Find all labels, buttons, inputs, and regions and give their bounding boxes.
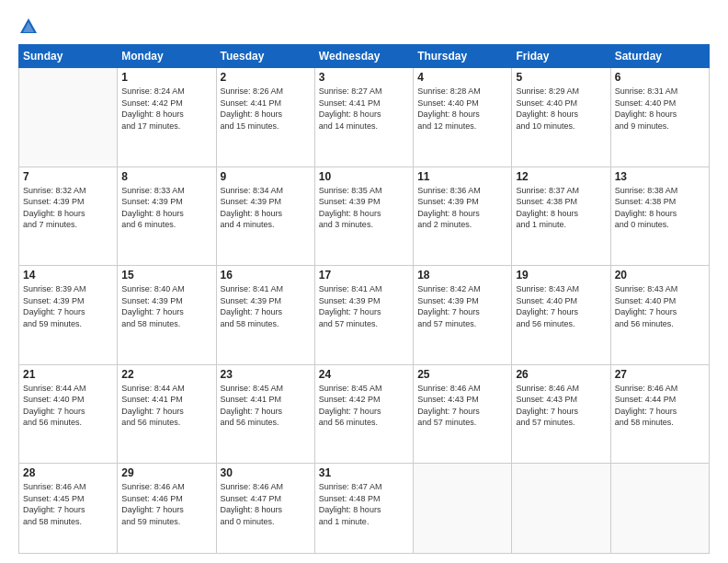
day-info: Sunrise: 8:26 AM Sunset: 4:41 PM Dayligh… [221,86,311,132]
calendar-cell: 28Sunrise: 8:46 AM Sunset: 4:45 PM Dayli… [19,464,118,554]
calendar-cell: 9Sunrise: 8:34 AM Sunset: 4:39 PM Daylig… [216,167,314,266]
day-info: Sunrise: 8:36 AM Sunset: 4:39 PM Dayligh… [417,185,507,231]
day-number: 28 [23,466,113,479]
day-info: Sunrise: 8:43 AM Sunset: 4:40 PM Dayligh… [516,283,606,329]
day-number: 21 [23,368,113,381]
calendar-cell: 27Sunrise: 8:46 AM Sunset: 4:44 PM Dayli… [610,364,709,464]
calendar-cell: 6Sunrise: 8:31 AM Sunset: 4:40 PM Daylig… [610,68,709,167]
calendar-table: SundayMondayTuesdayWednesdayThursdayFrid… [18,44,710,554]
page: SundayMondayTuesdayWednesdayThursdayFrid… [0,0,728,563]
day-info: Sunrise: 8:46 AM Sunset: 4:46 PM Dayligh… [121,481,211,527]
day-number: 14 [23,269,113,282]
day-number: 8 [121,170,211,183]
calendar-cell: 25Sunrise: 8:46 AM Sunset: 4:43 PM Dayli… [414,364,512,464]
calendar-cell: 14Sunrise: 8:39 AM Sunset: 4:39 PM Dayli… [19,266,118,365]
day-info: Sunrise: 8:35 AM Sunset: 4:39 PM Dayligh… [319,185,409,231]
calendar-cell: 4Sunrise: 8:28 AM Sunset: 4:40 PM Daylig… [414,68,512,167]
calendar-cell: 1Sunrise: 8:24 AM Sunset: 4:42 PM Daylig… [118,68,216,167]
calendar-cell: 29Sunrise: 8:46 AM Sunset: 4:46 PM Dayli… [118,464,216,554]
day-info: Sunrise: 8:46 AM Sunset: 4:43 PM Dayligh… [516,383,606,429]
calendar-cell: 18Sunrise: 8:42 AM Sunset: 4:39 PM Dayli… [414,266,512,365]
day-info: Sunrise: 8:47 AM Sunset: 4:48 PM Dayligh… [319,481,409,527]
header [18,17,710,37]
day-info: Sunrise: 8:33 AM Sunset: 4:39 PM Dayligh… [121,185,211,231]
day-number: 5 [516,71,606,84]
day-info: Sunrise: 8:29 AM Sunset: 4:40 PM Dayligh… [516,86,606,132]
calendar-cell: 30Sunrise: 8:46 AM Sunset: 4:47 PM Dayli… [216,464,314,554]
calendar-cell: 3Sunrise: 8:27 AM Sunset: 4:41 PM Daylig… [314,68,413,167]
day-number: 26 [516,368,606,381]
weekday-header: Friday [512,45,610,68]
day-info: Sunrise: 8:44 AM Sunset: 4:40 PM Dayligh… [23,383,113,429]
day-number: 25 [417,368,507,381]
day-info: Sunrise: 8:45 AM Sunset: 4:41 PM Dayligh… [221,383,311,429]
day-info: Sunrise: 8:40 AM Sunset: 4:39 PM Dayligh… [121,283,211,329]
calendar-cell [610,464,709,554]
day-number: 15 [121,269,211,282]
day-info: Sunrise: 8:32 AM Sunset: 4:39 PM Dayligh… [23,185,113,231]
day-number: 3 [319,71,409,84]
day-info: Sunrise: 8:41 AM Sunset: 4:39 PM Dayligh… [319,283,409,329]
day-info: Sunrise: 8:24 AM Sunset: 4:42 PM Dayligh… [121,86,211,132]
calendar-cell: 19Sunrise: 8:43 AM Sunset: 4:40 PM Dayli… [512,266,610,365]
calendar-cell: 13Sunrise: 8:38 AM Sunset: 4:38 PM Dayli… [610,167,709,266]
calendar-cell: 11Sunrise: 8:36 AM Sunset: 4:39 PM Dayli… [414,167,512,266]
day-number: 19 [516,269,606,282]
weekday-header: Tuesday [216,45,314,68]
day-number: 31 [319,466,409,479]
calendar-cell: 24Sunrise: 8:45 AM Sunset: 4:42 PM Dayli… [314,364,413,464]
calendar-cell: 23Sunrise: 8:45 AM Sunset: 4:41 PM Dayli… [216,364,314,464]
day-number: 29 [121,466,211,479]
day-number: 12 [516,170,606,183]
day-info: Sunrise: 8:43 AM Sunset: 4:40 PM Dayligh… [615,283,705,329]
calendar-cell: 16Sunrise: 8:41 AM Sunset: 4:39 PM Dayli… [216,266,314,365]
calendar-cell: 7Sunrise: 8:32 AM Sunset: 4:39 PM Daylig… [19,167,118,266]
day-info: Sunrise: 8:46 AM Sunset: 4:45 PM Dayligh… [23,481,113,527]
day-number: 2 [221,71,311,84]
calendar-cell [414,464,512,554]
day-info: Sunrise: 8:37 AM Sunset: 4:38 PM Dayligh… [516,185,606,231]
calendar-cell [512,464,610,554]
weekday-header: Thursday [414,45,512,68]
calendar-cell [19,68,118,167]
day-number: 17 [319,269,409,282]
day-number: 1 [121,71,211,84]
day-number: 30 [221,466,311,479]
weekday-header: Saturday [610,45,709,68]
day-number: 16 [221,269,311,282]
day-number: 23 [221,368,311,381]
calendar-cell: 21Sunrise: 8:44 AM Sunset: 4:40 PM Dayli… [19,364,118,464]
calendar-cell: 31Sunrise: 8:47 AM Sunset: 4:48 PM Dayli… [314,464,413,554]
logo-icon [18,17,39,37]
day-number: 10 [319,170,409,183]
weekday-header: Monday [118,45,216,68]
day-info: Sunrise: 8:34 AM Sunset: 4:39 PM Dayligh… [221,185,311,231]
logo [18,17,42,37]
calendar-cell: 12Sunrise: 8:37 AM Sunset: 4:38 PM Dayli… [512,167,610,266]
weekday-header: Sunday [19,45,118,68]
day-number: 18 [417,269,507,282]
day-info: Sunrise: 8:45 AM Sunset: 4:42 PM Dayligh… [319,383,409,429]
day-number: 22 [121,368,211,381]
calendar-cell: 26Sunrise: 8:46 AM Sunset: 4:43 PM Dayli… [512,364,610,464]
day-info: Sunrise: 8:27 AM Sunset: 4:41 PM Dayligh… [319,86,409,132]
day-number: 4 [417,71,507,84]
day-number: 6 [615,71,705,84]
day-number: 9 [221,170,311,183]
day-number: 24 [319,368,409,381]
calendar-cell: 8Sunrise: 8:33 AM Sunset: 4:39 PM Daylig… [118,167,216,266]
day-info: Sunrise: 8:28 AM Sunset: 4:40 PM Dayligh… [417,86,507,132]
day-info: Sunrise: 8:44 AM Sunset: 4:41 PM Dayligh… [121,383,211,429]
day-info: Sunrise: 8:42 AM Sunset: 4:39 PM Dayligh… [417,283,507,329]
day-info: Sunrise: 8:39 AM Sunset: 4:39 PM Dayligh… [23,283,113,329]
day-info: Sunrise: 8:38 AM Sunset: 4:38 PM Dayligh… [615,185,705,231]
day-number: 20 [615,269,705,282]
day-info: Sunrise: 8:41 AM Sunset: 4:39 PM Dayligh… [221,283,311,329]
calendar-cell: 5Sunrise: 8:29 AM Sunset: 4:40 PM Daylig… [512,68,610,167]
calendar-cell: 22Sunrise: 8:44 AM Sunset: 4:41 PM Dayli… [118,364,216,464]
day-number: 11 [417,170,507,183]
day-number: 27 [615,368,705,381]
calendar-cell: 17Sunrise: 8:41 AM Sunset: 4:39 PM Dayli… [314,266,413,365]
day-info: Sunrise: 8:46 AM Sunset: 4:43 PM Dayligh… [417,383,507,429]
calendar-cell: 20Sunrise: 8:43 AM Sunset: 4:40 PM Dayli… [610,266,709,365]
